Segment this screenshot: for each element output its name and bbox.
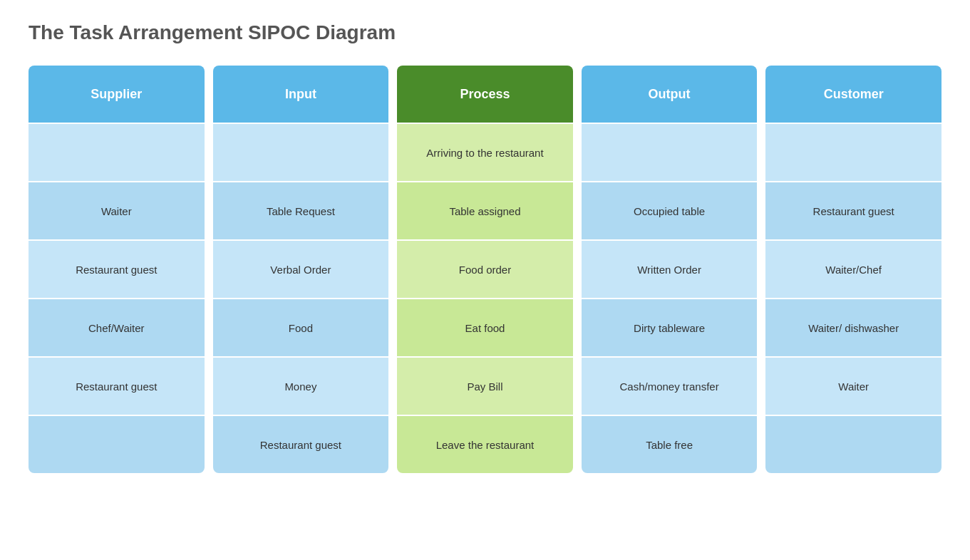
cell-output-5: Table free — [582, 415, 758, 473]
column-process: ProcessArriving to the restaurantTable a… — [397, 66, 573, 473]
cell-input-5: Restaurant guest — [213, 415, 389, 473]
page-title: The Task Arrangement SIPOC Diagram — [29, 21, 941, 44]
column-output: OutputOccupied tableWritten OrderDirty t… — [582, 66, 758, 473]
cell-customer-0 — [765, 123, 941, 181]
cell-input-0 — [213, 123, 389, 181]
header-input: Input — [213, 66, 389, 123]
cell-process-2: Food order — [397, 239, 573, 298]
header-output: Output — [582, 66, 758, 123]
cell-output-2: Written Order — [582, 239, 758, 298]
cell-output-3: Dirty tableware — [582, 298, 758, 356]
header-supplier: Supplier — [29, 66, 205, 123]
cell-output-4: Cash/money transfer — [582, 356, 758, 415]
cell-supplier-3: Chef/Waiter — [29, 298, 205, 356]
cell-supplier-4: Restaurant guest — [29, 356, 205, 415]
header-process: Process — [397, 66, 573, 123]
cell-supplier-5 — [29, 415, 205, 473]
cell-process-4: Pay Bill — [397, 356, 573, 415]
cell-output-0 — [582, 123, 758, 181]
column-customer: CustomerRestaurant guestWaiter/ChefWaite… — [765, 66, 941, 473]
cell-supplier-2: Restaurant guest — [29, 239, 205, 298]
cell-process-0: Arriving to the restaurant — [397, 123, 573, 181]
cell-output-1: Occupied table — [582, 181, 758, 239]
cell-customer-2: Waiter/Chef — [765, 239, 941, 298]
cell-customer-3: Waiter/ dishwasher — [765, 298, 941, 356]
cell-process-3: Eat food — [397, 298, 573, 356]
sipoc-diagram: SupplierWaiterRestaurant guestChef/Waite… — [29, 66, 941, 473]
cell-supplier-0 — [29, 123, 205, 181]
header-customer: Customer — [765, 66, 941, 123]
column-supplier: SupplierWaiterRestaurant guestChef/Waite… — [29, 66, 205, 473]
cell-customer-4: Waiter — [765, 356, 941, 415]
cell-customer-1: Restaurant guest — [765, 181, 941, 239]
cell-input-1: Table Request — [213, 181, 389, 239]
column-input: InputTable RequestVerbal OrderFoodMoneyR… — [213, 66, 389, 473]
cell-input-4: Money — [213, 356, 389, 415]
cell-process-5: Leave the restaurant — [397, 415, 573, 473]
cell-input-2: Verbal Order — [213, 239, 389, 298]
cell-customer-5 — [765, 415, 941, 473]
cell-supplier-1: Waiter — [29, 181, 205, 239]
cell-input-3: Food — [213, 298, 389, 356]
cell-process-1: Table assigned — [397, 181, 573, 239]
